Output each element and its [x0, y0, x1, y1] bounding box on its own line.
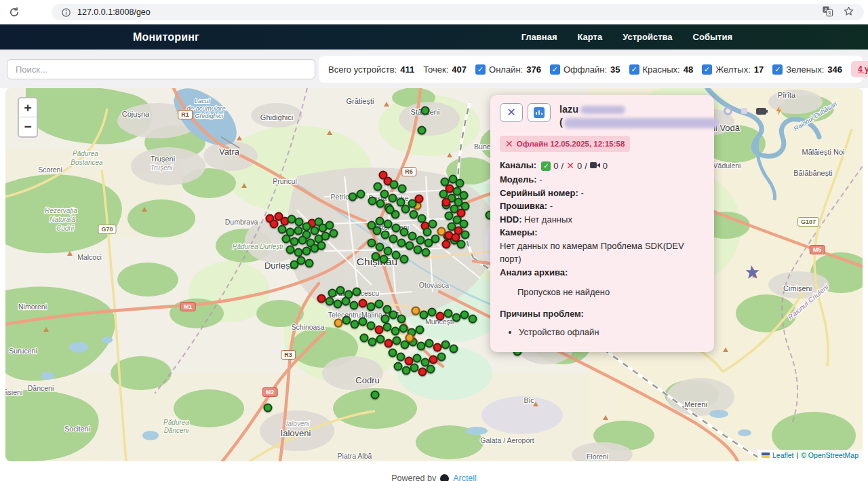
map-label-Dănceni: Dănceni — [28, 384, 54, 392]
map-label-Mereni: Mereni — [684, 400, 707, 408]
offline-status-badge: ✕ Офлайн 12.05.2025, 12:15:58 — [500, 136, 630, 152]
no-geo-badge[interactable]: 4 устройств без геопозиции — [851, 61, 868, 77]
filter-checkbox[interactable]: ✓ — [772, 64, 783, 75]
battery-icon[interactable] — [756, 107, 768, 117]
filter-checkbox[interactable]: ✓ — [475, 64, 486, 75]
reload-icon[interactable] — [8, 6, 20, 18]
map-label-Piatra Albă: Piatra Albă — [338, 452, 372, 460]
device-marker-green[interactable] — [392, 224, 401, 233]
map-label-Bîc: Bîc — [524, 396, 534, 404]
url-text[interactable]: 127.0.0.1:8008/geo — [77, 7, 822, 17]
popup-close-button[interactable]: ✕ — [500, 103, 523, 122]
channel-fail-icon: ✕ — [566, 159, 574, 173]
map-label-Pîrîta: Pîrîta — [778, 91, 796, 99]
device-marker-green[interactable] — [330, 229, 338, 238]
device-marker-green[interactable] — [421, 107, 430, 115]
device-marker-green[interactable] — [469, 315, 477, 324]
search-input[interactable] — [7, 59, 315, 79]
cameras-label: Камеры: — [500, 226, 705, 239]
device-marker-green[interactable] — [397, 315, 406, 324]
device-marker-green[interactable] — [305, 259, 314, 268]
device-marker-green[interactable] — [317, 242, 326, 250]
map-canvas[interactable]: CojușnaGrătieștiStăuceniGhidighiciVatraT… — [5, 88, 863, 461]
device-marker-red[interactable] — [442, 240, 451, 249]
device-marker-green[interactable] — [372, 252, 380, 261]
device-marker-green[interactable] — [386, 206, 395, 214]
device-marker-green[interactable] — [423, 228, 432, 237]
filter-checkbox[interactable]: ✓ — [629, 64, 639, 75]
status-circle-icon[interactable] — [724, 107, 732, 117]
device-marker-green[interactable] — [437, 353, 446, 362]
map-label-Vatra: Vatra — [219, 147, 240, 157]
map-attribution: Leaflet | © OpenStreetMap — [757, 450, 863, 461]
device-marker-red[interactable] — [270, 220, 279, 229]
device-marker-green[interactable] — [450, 345, 458, 353]
device-marker-green[interactable] — [371, 391, 380, 400]
device-marker-green[interactable] — [350, 301, 359, 310]
filter-checkbox[interactable]: ✓ — [702, 64, 712, 75]
device-marker-green[interactable] — [376, 217, 384, 226]
device-marker-green[interactable] — [380, 255, 389, 264]
device-marker-green[interactable] — [381, 315, 390, 324]
zoom-in-button[interactable]: + — [19, 98, 37, 117]
url-bar[interactable]: 127.0.0.1:8008/geo A — [52, 4, 864, 20]
map-label-Ghidighici: Ghidighici — [260, 113, 293, 121]
device-marker-green[interactable] — [290, 237, 299, 246]
arctell-link[interactable]: Arctell — [453, 474, 477, 481]
device-marker-green[interactable] — [400, 255, 409, 264]
status-square-icon[interactable] — [741, 107, 748, 117]
nav-item-Карта[interactable]: Карта — [578, 32, 603, 42]
map-label-Văsieni: Văsieni — [5, 388, 22, 396]
device-marker-green[interactable] — [408, 232, 417, 241]
device-marker-green[interactable] — [425, 239, 433, 248]
device-marker-yellow[interactable] — [406, 334, 414, 343]
device-marker-green[interactable] — [368, 197, 377, 206]
device-marker-green[interactable] — [290, 261, 299, 269]
leaflet-link[interactable]: Leaflet — [772, 451, 794, 459]
nav-item-Главная[interactable]: Главная — [521, 32, 557, 42]
osm-link[interactable]: © OpenStreetMap — [801, 451, 859, 459]
bookmark-star-icon[interactable] — [843, 5, 854, 20]
map-label-Otovasca: Otovasca — [419, 281, 450, 289]
device-marker-green[interactable] — [383, 305, 392, 314]
road-shield-G70: G70 — [98, 225, 116, 234]
device-marker-green[interactable] — [353, 288, 361, 296]
map-label-Codrii: Codrii — [56, 225, 75, 232]
device-marker-green[interactable] — [461, 231, 470, 239]
device-marker-green[interactable] — [422, 248, 431, 257]
device-marker-green[interactable] — [264, 404, 273, 412]
filter-checkbox[interactable]: ✓ — [550, 64, 560, 75]
device-marker-red[interactable] — [452, 233, 460, 242]
device-marker-red[interactable] — [442, 198, 451, 207]
road-shield-R1: R1 — [178, 110, 193, 119]
popup-chart-button[interactable] — [528, 103, 551, 122]
device-marker-green[interactable] — [416, 326, 425, 334]
device-marker-green[interactable] — [357, 190, 366, 199]
popup-field: Модель: - — [500, 173, 705, 187]
nav-item-События[interactable]: События — [693, 32, 732, 42]
map-label-Rezervația: Rezervația — [45, 207, 77, 214]
nav-item-Устройства[interactable]: Устройства — [623, 32, 672, 42]
map-label-Nimoreni: Nimoreni — [18, 303, 47, 311]
device-marker-green[interactable] — [400, 228, 409, 237]
device-marker-green[interactable] — [398, 185, 407, 193]
device-marker-green[interactable] — [374, 182, 382, 191]
map-label-Scoreni: Scoreni — [38, 166, 62, 174]
device-marker-green[interactable] — [429, 220, 437, 229]
device-marker-green[interactable] — [418, 126, 427, 135]
map-label-Schinoasa: Schinoasa — [291, 323, 324, 331]
camera-icon — [590, 159, 600, 173]
translate-icon[interactable]: A — [822, 5, 833, 20]
problem-item: Устройство офлайн — [519, 326, 705, 339]
page-info-icon[interactable] — [61, 7, 71, 18]
device-marker-green[interactable] — [427, 365, 435, 374]
device-marker-green[interactable] — [384, 220, 393, 229]
power-bolt-icon[interactable] — [776, 106, 782, 117]
browser-chrome: 127.0.0.1:8008/geo A — [0, 0, 868, 24]
device-marker-green[interactable] — [375, 300, 384, 309]
map-label-Pădurea Durlești: Pădurea Durlești — [233, 243, 283, 250]
device-marker-green[interactable] — [401, 205, 410, 214]
problems-section: Причины проблем: Устройство офлайн — [500, 309, 705, 339]
zoom-out-button[interactable]: − — [19, 117, 37, 136]
device-marker-green[interactable] — [416, 236, 425, 245]
